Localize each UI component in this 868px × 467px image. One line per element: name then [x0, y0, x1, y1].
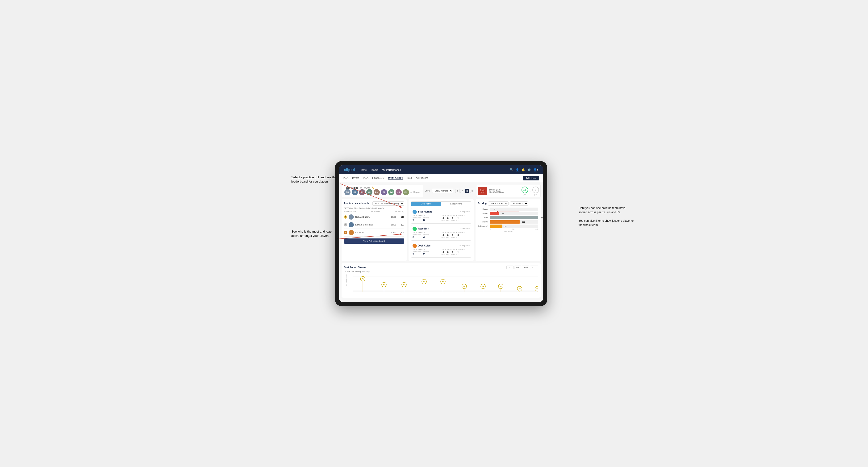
- leaderboards-header: Practice Leaderboards PUTT Must Make Put…: [344, 201, 404, 206]
- svg-text:%A, Fairway Accuracy: %A, Fairway Accuracy: [346, 274, 347, 286]
- add-team-button[interactable]: Add Team: [523, 176, 539, 181]
- bar-fill-dbogeys: 131: [490, 224, 502, 228]
- avatar-edward: [349, 222, 354, 227]
- settings-icon[interactable]: ⚙️: [527, 168, 531, 172]
- avatar-6: RB: [381, 189, 387, 195]
- score-text-info: Shot Dist: 16 yds Start Lie: Rough End L…: [489, 188, 520, 193]
- subnav-pgat[interactable]: PGAT Players: [343, 177, 359, 180]
- search-icon[interactable]: 🔍: [510, 168, 513, 172]
- profile-icon[interactable]: 👤: [516, 168, 519, 172]
- subnav-allplayers[interactable]: All Players: [416, 177, 428, 180]
- par-filter[interactable]: Par 3, 4 & 5s: [488, 201, 508, 206]
- player-card-blair: Blair McHarg 26 Aug 2023 Total Rounds To: [411, 208, 471, 224]
- avatar-richard: [349, 214, 354, 220]
- bar-track-bogeys: 311: [490, 220, 538, 224]
- bar-value-birdies: 96: [502, 212, 504, 214]
- streaks-subtitle: Off The Tee, Fairway Accuracy: [344, 271, 538, 273]
- bar-value-bogeys: 311: [522, 221, 525, 223]
- rank-badge-2: 2: [344, 223, 347, 226]
- avatar-cameron: [349, 230, 354, 235]
- score-info-box: 198 SC Shot Dist: 16 yds Start Lie: Roug…: [476, 185, 540, 197]
- score-circle-0: 0: [532, 187, 539, 193]
- svg-text:6x: 6x: [383, 284, 385, 286]
- avatar-5: BM: [374, 189, 380, 195]
- practice-activities: 0 OTT 0 APP 0: [441, 217, 470, 221]
- player-stats-2: Total Rounds Tournament 8 Practice: [412, 232, 470, 239]
- arg-col-2: 0 ARG: [451, 234, 455, 238]
- avatar-1: RB: [344, 189, 350, 195]
- annotation-mid-left: See who is the most and least active amo…: [291, 229, 338, 238]
- player-card-header-3: Josh Coles 26 Aug 2023: [412, 244, 470, 248]
- most-active-panel: Most Active Least Active Blair McHarg 26…: [408, 199, 474, 261]
- subnav-hcaps[interactable]: Hcaps 1-5: [372, 177, 384, 180]
- three-column-layout: Practice Leaderboards PUTT Must Make Put…: [342, 199, 540, 261]
- bar-label-pars: Pars: [478, 217, 488, 219]
- team-title: Team Clippd 14 Players ✏️: [344, 187, 420, 189]
- table-row: 2 Edward Crossman 18/20 107: [344, 221, 404, 229]
- player-name-2: Edward Crossman: [355, 224, 390, 226]
- score-unit: SC: [480, 192, 485, 194]
- player-name-3: Cameron...: [355, 231, 390, 234]
- grid-view-icon[interactable]: ⊞: [455, 189, 460, 193]
- bar-fill-eagles: 3: [490, 208, 490, 211]
- svg-text:3x: 3x: [519, 288, 521, 290]
- bar-label-dbogeys: D. Bogeys +: [478, 225, 488, 227]
- streaks-svg: %A, Fairway Accuracy 7x: [344, 274, 538, 295]
- putt-button[interactable]: PUTT: [530, 266, 538, 269]
- drill-select[interactable]: PUTT Must Make Putting: [372, 201, 404, 206]
- table-view-icon[interactable]: ⊟: [470, 189, 474, 193]
- subnav-teamclippd[interactable]: Team Clippd: [388, 176, 403, 180]
- tab-least-active[interactable]: Least Active: [441, 201, 471, 206]
- subnav-tour[interactable]: Tour: [407, 177, 412, 180]
- nav-link-teams[interactable]: Teams: [371, 168, 378, 171]
- stat-values-rounds-3: Tournament 7 Practice 2: [412, 251, 441, 256]
- nav-logo: clippd: [344, 168, 355, 172]
- tablet-screen: clippd Home Teams My Performance 🔍 👤 🔔 ⚙…: [339, 165, 543, 302]
- ott-col-2: 0 OTT: [441, 234, 445, 238]
- bar-value-eagles: 3: [494, 208, 495, 210]
- practice-activities-group: Total Practice Activities 0 OTT 0: [441, 215, 470, 222]
- bar-value-dbogeys: 131: [504, 225, 507, 227]
- bar-fill-birdies: 96: [490, 212, 499, 215]
- avatar-2: EC: [352, 189, 358, 195]
- player-card-josh: Josh Coles 26 Aug 2023 Total Rounds Tour: [411, 242, 471, 257]
- player-date-1: 26 Aug 2023: [459, 211, 470, 213]
- show-select[interactable]: Last 3 months Last 6 months Last year: [432, 189, 453, 193]
- subnav-pga[interactable]: PGA: [363, 177, 368, 180]
- chart-x-labels: 0 200 400: [478, 228, 538, 230]
- player-card-header-1: Blair McHarg 26 Aug 2023: [412, 210, 470, 214]
- streaks-title: Best Round Streaks: [344, 266, 366, 269]
- player-name-josh: Josh Coles: [412, 244, 431, 248]
- svg-text:3x: 3x: [536, 288, 538, 290]
- view-full-leaderboard-button[interactable]: View Full Leaderboard: [344, 239, 404, 244]
- players-filter[interactable]: All Players: [510, 201, 528, 206]
- edit-icon[interactable]: ✏️: [372, 187, 374, 189]
- practice-col-2: Practice 4: [423, 234, 429, 239]
- player-card-header-2: Rees Britt 02 Sep 2023: [412, 227, 470, 231]
- bar-track-dbogeys: 131: [490, 224, 538, 228]
- putt-col-2: 0 PUTT: [456, 234, 460, 238]
- app-button[interactable]: APP: [514, 266, 521, 269]
- ott-button[interactable]: OTT: [506, 266, 514, 269]
- annotation-top-left: Select a practice drill and see the lead…: [291, 175, 338, 184]
- bar-row-bogeys: Bogeys 311: [478, 220, 538, 224]
- tournament-col: Tournament 7: [412, 217, 421, 222]
- bar-label-birdies: Birdies: [478, 212, 488, 214]
- nav-link-myperformance[interactable]: My Performance: [382, 168, 401, 171]
- player-avg-2: 107: [398, 224, 404, 226]
- list-view-icon[interactable]: ≡: [460, 189, 464, 193]
- rank-badge-3: 3: [344, 231, 347, 234]
- arg-col: 0 ARG: [451, 217, 455, 221]
- user-menu-icon[interactable]: 👤▾: [533, 168, 538, 172]
- notifications-icon[interactable]: 🔔: [522, 168, 525, 172]
- leaderboards-subtitle: PUTT Must Make Putting (3-6 ft), Last 3 …: [344, 207, 404, 209]
- card-view-icon[interactable]: ▦: [465, 189, 469, 193]
- app-col-2: 0 APP: [446, 234, 450, 238]
- nav-link-home[interactable]: Home: [360, 168, 367, 171]
- practice-col: Practice 6: [423, 217, 429, 222]
- team-avatars: RB EC CA JC BM RB TW JS MK ... Players: [344, 189, 420, 195]
- avatar-9: MK: [403, 189, 409, 195]
- avatar-josh: [412, 244, 417, 248]
- arg-button[interactable]: ARG: [522, 266, 529, 269]
- tab-most-active[interactable]: Most Active: [411, 201, 441, 206]
